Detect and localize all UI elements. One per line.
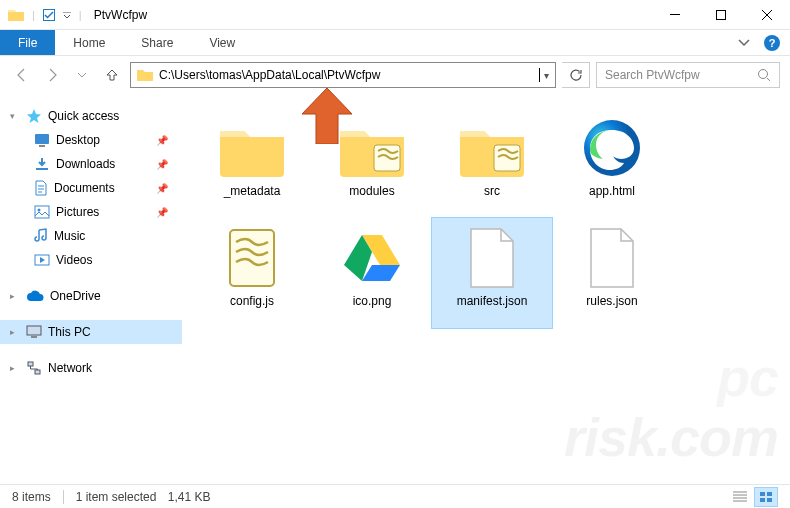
maximize-button[interactable] bbox=[698, 0, 744, 30]
pin-icon: 📌 bbox=[156, 207, 168, 218]
back-button[interactable] bbox=[10, 63, 34, 87]
qat-dropdown-icon[interactable] bbox=[63, 12, 71, 18]
file-type-icon bbox=[456, 226, 528, 290]
window-title: PtvWcfpw bbox=[94, 8, 147, 22]
divider bbox=[63, 490, 64, 504]
music-icon bbox=[34, 228, 48, 244]
sidebar-label: Network bbox=[48, 361, 92, 375]
sidebar-onedrive[interactable]: ▸ OneDrive bbox=[0, 284, 182, 308]
up-button[interactable] bbox=[100, 63, 124, 87]
search-input[interactable]: Search PtvWcfpw bbox=[596, 62, 780, 88]
sidebar-item-label: Documents bbox=[54, 181, 115, 195]
desktop-icon bbox=[34, 133, 50, 147]
sidebar-this-pc[interactable]: ▸ This PC bbox=[0, 320, 182, 344]
sidebar-item-label: Pictures bbox=[56, 205, 99, 219]
qat-sep: | bbox=[32, 9, 35, 21]
chevron-right-icon[interactable]: ▸ bbox=[10, 327, 20, 337]
file-grid: _metadatamodulessrcapp.htmlconfig.jsico.… bbox=[182, 94, 790, 484]
ribbon-expand-icon[interactable] bbox=[738, 39, 750, 47]
sidebar-item-pictures[interactable]: Pictures 📌 bbox=[0, 200, 182, 224]
file-label: modules bbox=[349, 184, 394, 198]
recent-dropdown-icon[interactable] bbox=[70, 63, 94, 87]
svg-rect-9 bbox=[27, 326, 41, 335]
help-icon[interactable]: ? bbox=[764, 35, 780, 51]
svg-rect-11 bbox=[28, 362, 33, 366]
file-item-config-js[interactable]: config.js bbox=[192, 218, 312, 328]
search-icon bbox=[757, 68, 771, 82]
videos-icon bbox=[34, 254, 50, 266]
search-placeholder: Search PtvWcfpw bbox=[605, 68, 757, 82]
file-label: ico.png bbox=[353, 294, 392, 308]
svg-rect-15 bbox=[230, 230, 274, 286]
chevron-right-icon[interactable]: ▸ bbox=[10, 363, 20, 373]
sidebar-label: This PC bbox=[48, 325, 91, 339]
sidebar-item-documents[interactable]: Documents 📌 bbox=[0, 176, 182, 200]
chevron-down-icon[interactable]: ▾ bbox=[10, 111, 20, 121]
sidebar-item-desktop[interactable]: Desktop 📌 bbox=[0, 128, 182, 152]
status-selection: 1 item selected bbox=[76, 490, 157, 504]
sidebar-network[interactable]: ▸ Network bbox=[0, 356, 182, 380]
status-count: 8 items bbox=[12, 490, 51, 504]
sidebar-item-videos[interactable]: Videos bbox=[0, 248, 182, 272]
sidebar-label: OneDrive bbox=[50, 289, 101, 303]
file-type-icon bbox=[576, 226, 648, 290]
svg-rect-17 bbox=[767, 492, 772, 496]
pin-icon: 📌 bbox=[156, 135, 168, 146]
file-tab[interactable]: File bbox=[0, 30, 55, 55]
file-item-manifest-json[interactable]: manifest.json bbox=[432, 218, 552, 328]
file-type-icon bbox=[576, 116, 648, 180]
file-type-icon bbox=[216, 226, 288, 290]
svg-rect-12 bbox=[35, 370, 40, 374]
pin-icon: 📌 bbox=[156, 183, 168, 194]
details-view-button[interactable] bbox=[728, 487, 752, 507]
sidebar-item-music[interactable]: Music bbox=[0, 224, 182, 248]
tab-home[interactable]: Home bbox=[55, 30, 123, 55]
navbar: C:\Users\tomas\AppData\Local\PtvWcfpw ▾ … bbox=[0, 56, 790, 94]
file-item-src[interactable]: src bbox=[432, 108, 552, 218]
svg-rect-16 bbox=[760, 492, 765, 496]
minimize-button[interactable] bbox=[652, 0, 698, 30]
sidebar-label: Quick access bbox=[48, 109, 119, 123]
sidebar-quick-access[interactable]: ▾ Quick access bbox=[0, 104, 182, 128]
tab-view[interactable]: View bbox=[191, 30, 253, 55]
svg-rect-1 bbox=[670, 14, 680, 15]
file-item--metadata[interactable]: _metadata bbox=[192, 108, 312, 218]
star-icon bbox=[26, 108, 42, 124]
file-label: rules.json bbox=[586, 294, 637, 308]
file-item-ico-png[interactable]: ico.png bbox=[312, 218, 432, 328]
sidebar-item-downloads[interactable]: Downloads 📌 bbox=[0, 152, 182, 176]
file-type-icon bbox=[216, 116, 288, 180]
svg-rect-6 bbox=[35, 206, 49, 218]
pc-icon bbox=[26, 325, 42, 339]
address-bar[interactable]: C:\Users\tomas\AppData\Local\PtvWcfpw ▾ bbox=[130, 62, 556, 88]
tab-share[interactable]: Share bbox=[123, 30, 191, 55]
forward-button[interactable] bbox=[40, 63, 64, 87]
svg-point-3 bbox=[759, 70, 768, 79]
chevron-right-icon[interactable]: ▸ bbox=[10, 291, 20, 301]
file-label: config.js bbox=[230, 294, 274, 308]
svg-rect-18 bbox=[760, 498, 765, 502]
status-size: 1,41 KB bbox=[168, 490, 211, 504]
svg-point-7 bbox=[38, 209, 41, 212]
pin-icon: 📌 bbox=[156, 159, 168, 170]
qat-sep-2: | bbox=[79, 9, 82, 21]
refresh-button[interactable] bbox=[562, 62, 590, 88]
documents-icon bbox=[34, 180, 48, 196]
checkbox-icon[interactable] bbox=[43, 9, 55, 21]
network-icon bbox=[26, 361, 42, 375]
address-dropdown-icon[interactable]: ▾ bbox=[544, 70, 549, 81]
file-item-app-html[interactable]: app.html bbox=[552, 108, 672, 218]
sidebar-item-label: Music bbox=[54, 229, 85, 243]
close-button[interactable] bbox=[744, 0, 790, 30]
file-label: manifest.json bbox=[457, 294, 528, 308]
folder-icon bbox=[8, 8, 24, 22]
file-label: _metadata bbox=[224, 184, 281, 198]
file-item-rules-json[interactable]: rules.json bbox=[552, 218, 672, 328]
svg-rect-5 bbox=[39, 145, 45, 147]
icons-view-button[interactable] bbox=[754, 487, 778, 507]
titlebar: | | PtvWcfpw bbox=[0, 0, 790, 30]
annotation-arrow-icon bbox=[302, 88, 352, 144]
file-type-icon bbox=[456, 116, 528, 180]
svg-rect-4 bbox=[35, 134, 49, 144]
ribbon: File Home Share View ? bbox=[0, 30, 790, 56]
